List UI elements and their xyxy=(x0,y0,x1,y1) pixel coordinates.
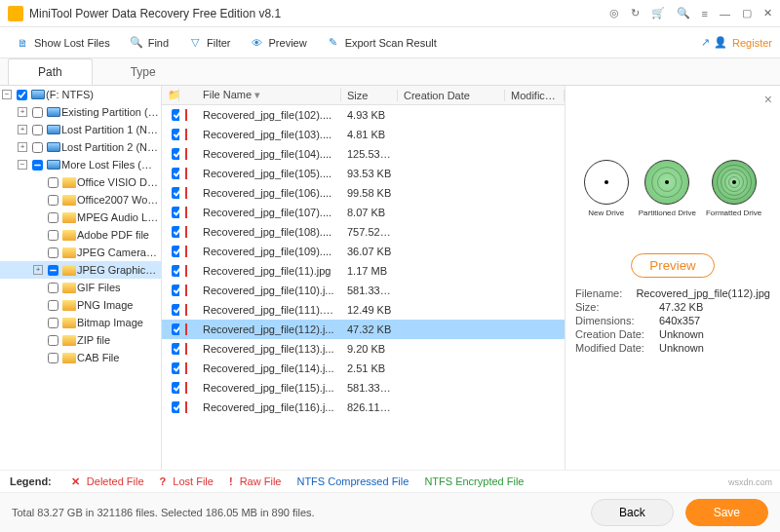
tree-checkbox[interactable] xyxy=(48,318,58,328)
minimize-icon[interactable]: — xyxy=(720,8,730,19)
close-preview-icon[interactable]: × xyxy=(764,92,772,107)
file-row[interactable]: Recovered_jpg_file(103)....4.81 KB xyxy=(162,125,565,144)
tree-item[interactable]: Office2007 Wor... xyxy=(0,191,161,209)
file-row[interactable]: Recovered_jpg_file(105)....93.53 KB xyxy=(162,164,565,183)
tree-toggle-icon[interactable] xyxy=(18,125,27,134)
file-row[interactable]: Recovered_jpg_file(107)....8.07 KB xyxy=(162,203,565,222)
file-checkbox[interactable] xyxy=(172,109,179,121)
file-row[interactable]: Recovered_jpg_file(104)....125.53 KB xyxy=(162,144,565,164)
file-checkbox[interactable] xyxy=(172,343,179,355)
file-row[interactable]: Recovered_jpg_file(116).j...826.11 KB xyxy=(162,398,565,417)
tree-item[interactable]: GIF Files xyxy=(0,279,161,296)
file-row[interactable]: Recovered_jpg_file(109)....36.07 KB xyxy=(162,242,565,261)
tab-type[interactable]: Type xyxy=(100,58,186,85)
tree-checkbox[interactable] xyxy=(48,353,58,363)
file-checkbox[interactable] xyxy=(172,129,179,140)
tree-item[interactable]: Adobe PDF file xyxy=(0,226,161,244)
search-small-icon[interactable]: 🔍 xyxy=(677,7,690,19)
tree-checkbox[interactable] xyxy=(48,265,58,276)
folder-up-icon[interactable]: 📁 xyxy=(168,89,179,100)
find-button[interactable]: 🔍Find xyxy=(122,32,176,54)
tree-item[interactable]: Lost Partition 1 (NT... xyxy=(0,121,161,138)
file-checkbox[interactable] xyxy=(172,168,179,179)
tab-path[interactable]: Path xyxy=(8,58,93,85)
file-row[interactable]: Recovered_jpg_file(115).j...581.33 KB xyxy=(162,378,565,398)
tree-toggle-icon xyxy=(33,283,43,292)
file-checkbox[interactable] xyxy=(172,382,179,394)
save-button[interactable]: Save xyxy=(685,499,768,526)
file-row[interactable]: Recovered_jpg_file(11).jpg1.17 MB xyxy=(162,261,565,281)
tree-toggle-icon[interactable] xyxy=(18,142,27,152)
file-checkbox[interactable] xyxy=(172,148,179,160)
file-checkbox[interactable] xyxy=(172,207,179,218)
tree-item[interactable]: MPEG Audio La... xyxy=(0,209,161,226)
tree-toggle-icon[interactable] xyxy=(18,107,27,117)
tree-item[interactable]: CAB File xyxy=(0,349,161,366)
tree-item[interactable]: More Lost Files (RA... xyxy=(0,156,161,173)
tree-checkbox[interactable] xyxy=(32,125,43,135)
folder-icon xyxy=(62,247,76,258)
file-size: 2.51 KB xyxy=(341,362,398,374)
hamburger-icon[interactable]: ≡ xyxy=(702,8,708,19)
tree-item[interactable]: Existing Partition (N... xyxy=(0,103,161,121)
preview-button[interactable]: 👁Preview xyxy=(243,32,315,54)
tree-checkbox[interactable] xyxy=(48,212,58,223)
file-checkbox[interactable] xyxy=(172,265,179,277)
file-checkbox[interactable] xyxy=(172,362,179,374)
filter-button[interactable]: ▽Filter xyxy=(180,32,238,54)
share-icon[interactable]: ↗ xyxy=(701,36,710,49)
tree-toggle-icon[interactable] xyxy=(18,160,27,170)
register-button[interactable]: 👤Register xyxy=(714,36,772,49)
file-row[interactable]: Recovered_jpg_file(114).j...2.51 KB xyxy=(162,359,565,378)
tree-checkbox[interactable] xyxy=(48,230,58,241)
file-checkbox[interactable] xyxy=(172,285,179,296)
file-row[interactable]: Recovered_jpg_file(106)....99.58 KB xyxy=(162,183,565,203)
file-row[interactable]: Recovered_jpg_file(110).j...581.33 KB xyxy=(162,281,565,300)
tree-item[interactable]: JPEG Graphics ... xyxy=(0,261,161,279)
tree-checkbox[interactable] xyxy=(32,107,43,118)
tree-checkbox[interactable] xyxy=(48,283,58,293)
tree-item[interactable]: (F: NTFS) xyxy=(0,86,161,103)
tree-checkbox[interactable] xyxy=(17,90,27,100)
col-filename[interactable]: File Name ▾ xyxy=(197,89,341,101)
tree-checkbox[interactable] xyxy=(48,177,58,188)
tree-label: CAB File xyxy=(77,349,119,366)
tree-item[interactable]: ZIP file xyxy=(0,331,161,349)
tree-item[interactable]: Office VISIO Do... xyxy=(0,173,161,191)
show-lost-files-button[interactable]: 🗎Show Lost Files xyxy=(8,32,118,54)
tree-checkbox[interactable] xyxy=(32,142,43,153)
tree-item[interactable]: PNG Image xyxy=(0,296,161,314)
tree-checkbox[interactable] xyxy=(48,335,58,346)
file-row[interactable]: Recovered_jpg_file(108)....757.52 KB xyxy=(162,222,565,242)
file-row[interactable]: Recovered_jpg_file(102)....4.93 KB xyxy=(162,105,565,125)
open-preview-button[interactable]: Preview xyxy=(631,253,714,278)
file-row[interactable]: Recovered_jpg_file(111).jpg12.49 KB xyxy=(162,300,565,320)
col-creation[interactable]: Creation Date xyxy=(398,90,505,101)
file-row[interactable]: Recovered_jpg_file(113).j...9.20 KB xyxy=(162,339,565,359)
tree-item[interactable]: JPEG Camera file xyxy=(0,244,161,261)
tree-checkbox[interactable] xyxy=(32,160,43,171)
file-checkbox[interactable] xyxy=(172,304,179,316)
file-checkbox[interactable] xyxy=(172,401,179,413)
close-icon[interactable]: ✕ xyxy=(763,7,772,19)
maximize-icon[interactable]: ▢ xyxy=(742,7,752,19)
file-checkbox[interactable] xyxy=(172,187,179,199)
file-checkbox[interactable] xyxy=(172,246,179,257)
tree-toggle-icon[interactable] xyxy=(33,265,43,275)
back-button[interactable]: Back xyxy=(591,499,674,526)
file-checkbox[interactable] xyxy=(172,226,179,238)
cart-icon[interactable]: 🛒 xyxy=(651,7,665,19)
tree-checkbox[interactable] xyxy=(48,247,58,258)
target-icon[interactable]: ◎ xyxy=(609,7,619,19)
tree-checkbox[interactable] xyxy=(48,195,58,206)
col-modification[interactable]: Modification xyxy=(505,90,565,101)
export-button[interactable]: ✎Export Scan Result xyxy=(319,32,445,54)
refresh-icon[interactable]: ↻ xyxy=(631,7,640,19)
file-checkbox[interactable] xyxy=(172,323,179,335)
file-row[interactable]: Recovered_jpg_file(112).j...47.32 KB xyxy=(162,320,565,339)
tree-item[interactable]: Bitmap Image xyxy=(0,314,161,331)
tree-toggle-icon[interactable] xyxy=(2,90,12,99)
tree-item[interactable]: Lost Partition 2 (NT... xyxy=(0,138,161,156)
tree-checkbox[interactable] xyxy=(48,300,58,311)
col-size[interactable]: Size xyxy=(341,90,398,101)
